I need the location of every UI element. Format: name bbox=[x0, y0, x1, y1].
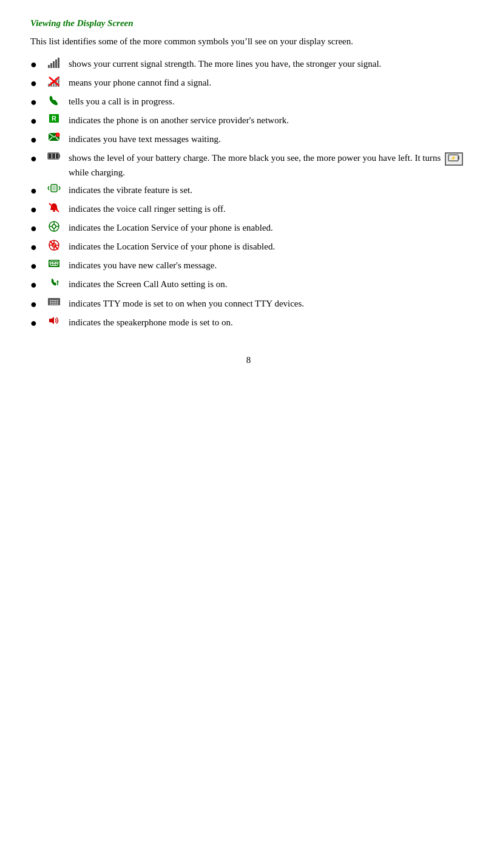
svg-rect-3 bbox=[55, 59, 57, 68]
svg-rect-23 bbox=[49, 154, 52, 158]
voicemail-icon: ▶◀ bbox=[43, 259, 65, 268]
bullet: ● bbox=[30, 95, 37, 110]
svg-text:▶◀: ▶◀ bbox=[52, 261, 56, 264]
item-text: indicates the voice call ringer setting … bbox=[69, 202, 467, 216]
svg-rect-1 bbox=[50, 63, 52, 68]
bullet: ● bbox=[30, 240, 37, 255]
svg-point-69 bbox=[50, 303, 51, 305]
svg-point-71 bbox=[53, 303, 55, 305]
svg-rect-35 bbox=[53, 210, 55, 212]
list-item: ● indicates the vibrate feature is set. bbox=[30, 183, 467, 198]
list-item: ● indicates TTY mod bbox=[30, 297, 467, 312]
item-text: tells you a call is in progress. bbox=[69, 95, 467, 109]
charging-icon: ⚡ bbox=[445, 152, 463, 166]
location-enabled-icon bbox=[43, 221, 65, 232]
svg-point-72 bbox=[55, 303, 56, 305]
svg-rect-27 bbox=[458, 156, 459, 160]
svg-point-66 bbox=[53, 302, 55, 303]
location-disabled-icon bbox=[43, 240, 65, 251]
svg-line-31 bbox=[48, 186, 49, 188]
no-signal-icon bbox=[43, 76, 65, 87]
bullet: ● bbox=[30, 277, 37, 293]
item-text: shows the level of your battery charge. … bbox=[69, 151, 467, 179]
bullet: ● bbox=[30, 297, 37, 312]
list-item: ● tells you a call is in progress. bbox=[30, 95, 467, 110]
svg-rect-0 bbox=[48, 65, 50, 68]
svg-point-68 bbox=[57, 302, 58, 303]
svg-line-33 bbox=[59, 186, 60, 188]
svg-point-64 bbox=[50, 302, 51, 303]
page-title: Viewing the Display Screen bbox=[30, 18, 467, 29]
svg-text:⚡: ⚡ bbox=[450, 155, 456, 161]
svg-line-34 bbox=[59, 188, 60, 190]
item-text: indicates the Screen Call Auto setting i… bbox=[69, 277, 467, 291]
svg-rect-4 bbox=[58, 58, 59, 68]
svg-point-62 bbox=[55, 300, 56, 301]
bullet: ● bbox=[30, 221, 37, 236]
icon-list: ● shows your current signal strength. Th… bbox=[30, 57, 467, 331]
bullet: ● bbox=[30, 57, 37, 72]
list-item: ● indicates the voice call ringer settin… bbox=[30, 202, 467, 217]
signal-strength-icon bbox=[43, 57, 65, 68]
list-item: ● indicates the Location Service of your… bbox=[30, 221, 467, 236]
list-item: ● R indicates the phone is on another se… bbox=[30, 114, 467, 129]
bullet: ● bbox=[30, 316, 37, 331]
svg-rect-25 bbox=[56, 154, 58, 158]
svg-rect-24 bbox=[52, 154, 55, 158]
speakerphone-icon bbox=[43, 316, 65, 325]
item-text: indicates you have new caller's message. bbox=[69, 259, 467, 273]
svg-rect-30 bbox=[52, 186, 56, 191]
item-text: indicates the Location Service of your p… bbox=[69, 221, 467, 235]
item-text: indicates TTY mode is set to on when you… bbox=[69, 297, 467, 311]
svg-point-38 bbox=[52, 225, 56, 228]
svg-rect-2 bbox=[53, 61, 55, 68]
screen-call-auto-icon bbox=[43, 277, 65, 288]
svg-rect-22 bbox=[59, 154, 60, 158]
bullet: ● bbox=[30, 202, 37, 217]
page-number: 8 bbox=[30, 355, 467, 365]
svg-point-73 bbox=[57, 303, 58, 305]
item-text: indicates the phone is on another servic… bbox=[69, 114, 467, 127]
list-item: ● ! indicates you have text messages wai… bbox=[30, 132, 467, 147]
bullet: ● bbox=[30, 132, 37, 147]
bullet: ● bbox=[30, 183, 37, 198]
item-text: indicates the Location Service of your p… bbox=[69, 240, 467, 254]
list-item: ● indicates the Screen Call Auto setting… bbox=[30, 277, 467, 293]
svg-point-60 bbox=[52, 300, 53, 301]
item-text: indicates the speakerphone mode is set t… bbox=[69, 316, 467, 330]
svg-point-65 bbox=[52, 302, 53, 303]
svg-marker-74 bbox=[49, 317, 54, 324]
item-text: indicates the vibrate feature is set. bbox=[69, 183, 467, 197]
svg-line-32 bbox=[48, 188, 49, 190]
call-in-progress-icon bbox=[43, 95, 65, 106]
bullet: ● bbox=[30, 259, 37, 274]
svg-point-61 bbox=[53, 300, 55, 301]
svg-point-59 bbox=[50, 300, 51, 301]
list-item: ● shows your current signal strength. Th… bbox=[30, 57, 467, 72]
svg-point-70 bbox=[52, 303, 53, 305]
list-item: ● indicates the speakerphone mode is set… bbox=[30, 316, 467, 331]
list-item: ● shows the level of your battery charge… bbox=[30, 151, 467, 179]
vibrate-icon bbox=[43, 183, 65, 193]
item-text: means your phone cannot find a signal. bbox=[69, 76, 467, 90]
svg-point-67 bbox=[55, 302, 56, 303]
item-text: indicates you have text messages waiting… bbox=[69, 132, 467, 146]
list-item: ● indicates the Location Service of your… bbox=[30, 240, 467, 255]
item-text: shows your current signal strength. The … bbox=[69, 57, 467, 71]
battery-icon bbox=[43, 151, 65, 161]
bullet: ● bbox=[30, 76, 37, 91]
bullet: ● bbox=[30, 114, 37, 129]
intro-paragraph: This list identifies some of the more co… bbox=[30, 35, 467, 49]
text-messages-icon: ! bbox=[43, 132, 65, 142]
svg-text:R: R bbox=[52, 115, 56, 122]
list-item: ● means your phone cannot find a signal. bbox=[30, 76, 467, 91]
ringer-off-icon bbox=[43, 202, 65, 213]
svg-point-63 bbox=[57, 300, 58, 301]
bullet: ● bbox=[30, 151, 37, 166]
tty-icon bbox=[43, 297, 65, 307]
list-item: ● ▶◀ indicates you have new caller's mes… bbox=[30, 259, 467, 274]
roaming-icon: R bbox=[43, 114, 65, 123]
